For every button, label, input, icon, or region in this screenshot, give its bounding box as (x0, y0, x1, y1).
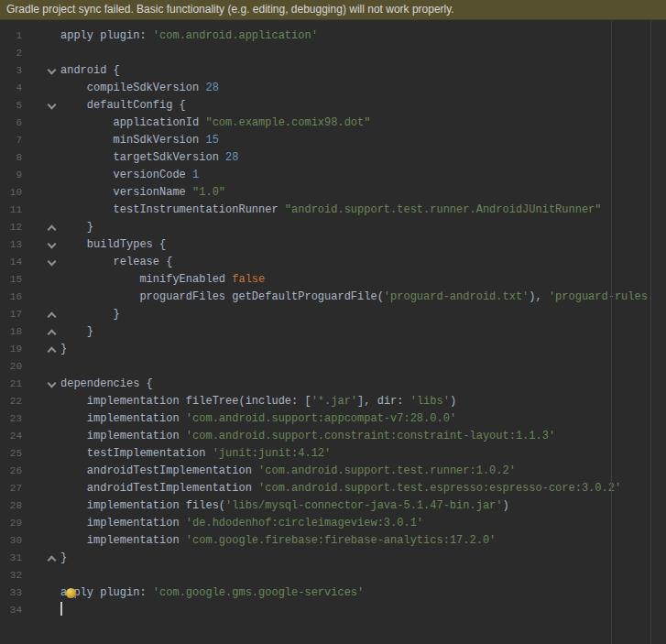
code-line[interactable]: 19} (0, 341, 650, 358)
line-number: 19 (0, 341, 22, 358)
code-text: applicationId "com.example.comix98.dot" (59, 115, 370, 132)
fold-gutter (46, 167, 59, 184)
code-line[interactable]: 7 minSdkVersion 15 (0, 132, 650, 149)
scrollbar-track[interactable] (650, 20, 666, 644)
line-number: 23 (0, 410, 22, 428)
fold-gutter (46, 45, 59, 62)
code-line[interactable]: 21dependencies { (0, 376, 650, 393)
fold-up-icon[interactable] (48, 312, 57, 322)
fold-up-icon[interactable] (48, 225, 57, 235)
fold-gutter[interactable] (46, 62, 59, 80)
code-line[interactable]: 18 } (0, 323, 650, 341)
fold-down-icon[interactable] (48, 101, 57, 110)
line-number: 1 (0, 27, 22, 45)
code-text: targetSdkVersion 28 (59, 149, 238, 167)
code-line[interactable]: 24 implementation 'com.android.support.c… (0, 428, 650, 445)
fold-gutter[interactable] (46, 323, 59, 341)
line-number: 9 (0, 167, 22, 184)
fold-gutter (46, 149, 59, 167)
code-line[interactable]: 4 compileSdkVersion 28 (0, 80, 650, 97)
code-line[interactable]: 32 (0, 567, 650, 584)
code-line[interactable]: 20 (0, 358, 650, 376)
line-number: 2 (0, 45, 22, 62)
code-line[interactable]: 31} (0, 550, 650, 567)
gradle-sync-failed-banner: Gradle project sync failed. Basic functi… (0, 0, 666, 20)
code-text: implementation fileTree(include: ['*.jar… (59, 393, 456, 410)
code-line[interactable]: 12 } (0, 219, 650, 236)
code-line[interactable]: 25 testImplementation 'junit:junit:4.12' (0, 445, 650, 463)
code-line[interactable]: 17 } (0, 306, 650, 323)
fold-gutter (46, 602, 59, 619)
fold-gutter[interactable] (46, 97, 59, 115)
fold-up-icon[interactable] (48, 347, 57, 356)
code-text (59, 358, 60, 376)
code-text: minifyEnabled false (59, 271, 265, 289)
code-line[interactable]: 29 implementation 'de.hdodenhof:circleim… (0, 515, 650, 532)
fold-gutter[interactable] (46, 236, 59, 254)
code-text: compileSdkVersion 28 (59, 80, 219, 97)
line-number: 31 (0, 550, 22, 567)
code-lines[interactable]: 1apply plugin: 'com.android.application'… (0, 20, 650, 644)
line-number: 6 (0, 115, 22, 132)
code-line[interactable]: 23 implementation 'com.android.support:a… (0, 410, 650, 428)
code-text: testImplementation 'junit:junit:4.12' (59, 445, 331, 463)
fold-gutter[interactable] (46, 306, 59, 323)
code-text: defaultConfig { (59, 97, 186, 115)
code-line[interactable]: 22 implementation fileTree(include: ['*.… (0, 393, 650, 410)
code-line[interactable]: 30 implementation 'com.google.firebase:f… (0, 532, 650, 550)
code-text: release { (59, 254, 172, 271)
code-text: versionCode 1 (59, 167, 199, 184)
line-number: 3 (0, 62, 22, 80)
fold-gutter (46, 358, 59, 376)
code-text: implementation files('libs/mysql-connect… (59, 497, 509, 515)
fold-gutter (46, 271, 59, 289)
code-line[interactable]: 15 minifyEnabled false (0, 271, 650, 289)
fold-gutter[interactable] (46, 341, 59, 358)
fold-down-icon[interactable] (48, 379, 57, 388)
line-number: 7 (0, 132, 22, 149)
code-line[interactable]: 11 testInstrumentationRunner "android.su… (0, 202, 650, 219)
fold-up-icon[interactable] (48, 330, 57, 339)
line-number: 29 (0, 515, 22, 532)
fold-down-icon[interactable] (48, 240, 57, 249)
fold-gutter (46, 27, 59, 45)
intention-bulb-icon[interactable] (66, 588, 76, 598)
code-line[interactable]: 5 defaultConfig { (0, 97, 650, 115)
code-line[interactable]: 10 versionName "1.0" (0, 184, 650, 202)
fold-gutter (46, 480, 59, 497)
line-number: 28 (0, 497, 22, 515)
line-number: 4 (0, 80, 22, 97)
code-line[interactable]: 3android { (0, 62, 650, 80)
fold-down-icon[interactable] (48, 257, 57, 267)
line-number: 12 (0, 219, 22, 236)
fold-gutter[interactable] (46, 254, 59, 271)
code-line[interactable]: 14 release { (0, 254, 650, 271)
code-text: android { (59, 62, 120, 80)
fold-gutter (46, 463, 59, 480)
code-line[interactable]: 26 androidTestImplementation 'com.androi… (0, 463, 650, 480)
code-line[interactable]: 28 implementation files('libs/mysql-conn… (0, 497, 650, 515)
code-line[interactable]: 27 androidTestImplementation 'com.androi… (0, 480, 650, 497)
code-line[interactable]: 8 targetSdkVersion 28 (0, 149, 650, 167)
code-line[interactable]: 33apply plugin: 'com.google.gms.google-s… (0, 584, 650, 602)
code-text: androidTestImplementation 'com.android.s… (59, 480, 621, 497)
code-line[interactable]: 13 buildTypes { (0, 236, 650, 254)
fold-gutter[interactable] (46, 550, 59, 567)
fold-gutter (46, 532, 59, 550)
code-text: versionName "1.0" (59, 184, 225, 202)
code-line[interactable]: 9 versionCode 1 (0, 167, 650, 184)
code-text: implementation 'de.hdodenhof:circleimage… (59, 515, 423, 532)
fold-gutter[interactable] (46, 219, 59, 236)
code-editor[interactable]: 1apply plugin: 'com.android.application'… (0, 20, 666, 644)
code-line[interactable]: 2 (0, 45, 650, 62)
fold-gutter[interactable] (46, 376, 59, 393)
fold-up-icon[interactable] (48, 556, 57, 565)
text-caret (60, 602, 62, 616)
code-line[interactable]: 1apply plugin: 'com.android.application' (0, 27, 650, 45)
code-line[interactable]: 6 applicationId "com.example.comix98.dot… (0, 115, 650, 132)
fold-gutter (46, 515, 59, 532)
code-line[interactable]: 34 (0, 602, 650, 619)
code-text: } (59, 341, 67, 358)
code-line[interactable]: 16 proguardFiles getDefaultProguardFile(… (0, 289, 650, 306)
fold-down-icon[interactable] (48, 66, 57, 75)
